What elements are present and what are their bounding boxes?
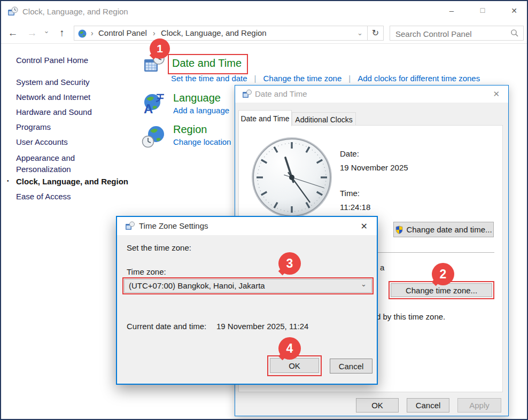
control-panel-icon — [77, 29, 87, 38]
ok-button[interactable]: OK — [356, 398, 399, 413]
sidebar-item-system-security[interactable]: System and Security — [16, 77, 90, 87]
address-dropdown-icon[interactable]: ⌄ — [357, 26, 363, 40]
breadcrumb-control-panel[interactable]: Control Panel — [98, 26, 147, 40]
search-box[interactable] — [390, 26, 524, 41]
time-value: 11:24:18 — [340, 203, 370, 212]
current-datetime-label: Current date and time: — [127, 322, 206, 331]
set-timezone-label: Set the time zone: — [127, 243, 191, 252]
breadcrumb-clock-language-region[interactable]: Clock, Language, and Region — [161, 26, 267, 40]
search-icon[interactable] — [510, 29, 519, 37]
back-button[interactable]: ← — [5, 26, 20, 41]
timezone-label: Time zone: — [127, 267, 166, 276]
button-label: Cancel — [416, 401, 441, 410]
sidebar-item-programs[interactable]: Programs — [16, 122, 51, 131]
region-icon — [141, 124, 167, 150]
toolbar-divider — [1, 43, 527, 44]
button-label: OK — [371, 401, 383, 410]
sidebar-item-hardware-sound[interactable]: Hardware and Sound — [16, 107, 92, 116]
control-panel-window: Clock, Language, and Region – □ ✕ ← → ⌄ … — [0, 0, 528, 420]
date-label: Date: — [340, 149, 359, 158]
sidebar-item-clock-language-region[interactable]: Clock, Language, and Region — [16, 177, 128, 186]
link-separator: | — [254, 74, 257, 83]
dialog-close-icon[interactable]: ✕ — [493, 89, 500, 99]
sidebar-item-network-internet[interactable]: Network and Internet — [16, 92, 90, 102]
link-change-location[interactable]: Change location — [173, 137, 231, 146]
change-date-time-button[interactable]: Change date and time... — [393, 222, 494, 237]
time-label: Time: — [340, 189, 360, 198]
language-heading[interactable]: Language — [173, 92, 221, 104]
forward-button[interactable]: → — [25, 26, 40, 41]
link-add-clocks[interactable]: Add clocks for different time zones — [358, 74, 480, 83]
svg-text:A: A — [144, 102, 153, 115]
annotation-step-2: 2 — [432, 263, 454, 285]
maximize-button[interactable]: □ — [471, 2, 494, 19]
minimize-button[interactable]: – — [440, 2, 463, 19]
dialog-titlebar: Date and Time ✕ — [235, 85, 508, 103]
date-time-dialog-icon — [242, 89, 252, 99]
dst-text-partial: d by this time zone. — [376, 312, 445, 321]
annotation-step-3: 3 — [278, 252, 301, 275]
history-dropdown-icon[interactable]: ⌄ — [41, 24, 52, 38]
region-heading[interactable]: Region — [173, 123, 207, 136]
date-value: 19 November 2025 — [340, 163, 408, 172]
link-set-time-date[interactable]: Set the time and date — [171, 74, 247, 83]
active-item-bullet: • — [7, 178, 9, 184]
button-label: Apply — [469, 401, 490, 410]
tab-label: Additional Clocks — [295, 115, 352, 124]
window-title: Clock, Language, and Region — [22, 7, 128, 16]
timezone-dialog-icon — [125, 221, 135, 231]
uac-shield-icon — [395, 225, 403, 234]
current-datetime-value: 19 November 2025, 11:24 — [216, 322, 308, 331]
search-input[interactable] — [394, 27, 503, 40]
address-bar[interactable]: › Control Panel › Clock, Language, and R… — [74, 26, 368, 41]
tab-additional-clocks[interactable]: Additional Clocks — [292, 112, 356, 126]
date-time-highlight-box — [168, 54, 248, 74]
sidebar-item-ease-of-access[interactable]: Ease of Access — [16, 192, 71, 201]
language-icon: A — [142, 91, 167, 115]
link-separator: | — [348, 74, 351, 83]
sidebar-item-user-accounts[interactable]: User Accounts — [16, 137, 68, 146]
cancel-button[interactable]: Cancel — [330, 359, 372, 374]
sidebar-item-home[interactable]: Control Panel Home — [16, 56, 88, 65]
dialog-title: Date and Time — [255, 89, 307, 98]
window-clock-icon — [7, 6, 18, 17]
dialog-titlebar: Time Zone Settings ✕ — [117, 217, 377, 235]
dialog-title: Time Zone Settings — [139, 221, 208, 230]
refresh-button[interactable]: ↻ — [367, 26, 384, 41]
link-add-language[interactable]: Add a language — [173, 106, 229, 115]
timezone-dropdown-highlight-box — [122, 277, 374, 294]
crumb-separator: › — [91, 26, 94, 40]
timezone-settings-dialog: Time Zone Settings ✕ Set the time zone: … — [116, 216, 378, 385]
button-label: Cancel — [339, 362, 364, 371]
annotation-step-4: 4 — [278, 337, 301, 360]
close-button[interactable]: ✕ — [502, 2, 526, 19]
cancel-button[interactable]: Cancel — [407, 398, 449, 413]
dialog-close-icon[interactable]: ✕ — [361, 221, 368, 231]
analog-clock — [250, 135, 334, 220]
tab-date-and-time[interactable]: Date and Time — [238, 110, 292, 126]
annotation-step-1: 1 — [150, 38, 170, 59]
date-time-links: Set the time and date | Change the time … — [171, 74, 480, 83]
link-change-time-zone[interactable]: Change the time zone — [263, 74, 342, 83]
crumb-separator: › — [153, 26, 156, 40]
apply-button[interactable]: Apply — [457, 398, 501, 413]
timezone-text-partial: a — [380, 263, 384, 272]
tab-label: Date and Time — [240, 114, 289, 123]
sidebar-item-appearance-personalization[interactable]: Appearance and Personalization — [16, 152, 102, 175]
button-label: Change date and time... — [406, 225, 492, 234]
up-button[interactable]: ↑ — [55, 26, 69, 41]
